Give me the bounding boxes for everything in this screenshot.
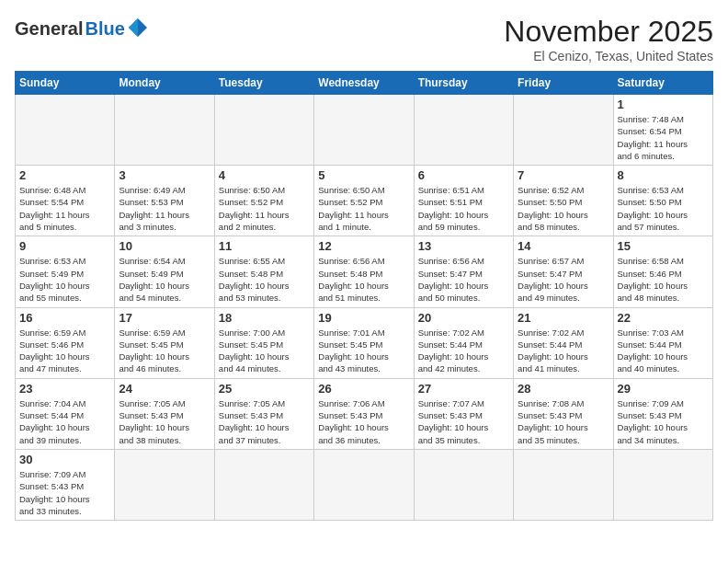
calendar-cell [115,449,214,520]
day-info: Sunrise: 7:01 AM Sunset: 5:45 PM Dayligh… [318,327,409,375]
day-info: Sunrise: 7:06 AM Sunset: 5:43 PM Dayligh… [318,397,409,446]
day-info: Sunrise: 7:07 AM Sunset: 5:43 PM Dayligh… [418,397,509,446]
day-number: 2 [19,168,110,182]
day-info: Sunrise: 6:49 AM Sunset: 5:53 PM Dayligh… [119,184,210,233]
calendar-cell [414,449,513,520]
day-number: 9 [19,239,110,253]
day-number: 13 [418,239,509,253]
day-info: Sunrise: 6:52 AM Sunset: 5:50 PM Dayligh… [518,184,609,233]
day-info: Sunrise: 6:48 AM Sunset: 5:54 PM Dayligh… [19,184,110,233]
day-info: Sunrise: 7:08 AM Sunset: 5:43 PM Dayligh… [518,397,609,446]
day-info: Sunrise: 6:53 AM Sunset: 5:50 PM Dayligh… [618,184,709,233]
day-info: Sunrise: 6:56 AM Sunset: 5:47 PM Dayligh… [418,255,509,304]
calendar-cell: 5Sunrise: 6:50 AM Sunset: 5:52 PM Daylig… [314,166,414,236]
calendar-cell: 29Sunrise: 7:09 AM Sunset: 5:43 PM Dayli… [613,378,712,449]
calendar-cell: 25Sunrise: 7:05 AM Sunset: 5:43 PM Dayli… [214,378,313,449]
day-info: Sunrise: 6:56 AM Sunset: 5:48 PM Dayligh… [318,255,409,304]
calendar-cell: 18Sunrise: 7:00 AM Sunset: 5:45 PM Dayli… [214,307,313,378]
calendar-cell: 3Sunrise: 6:49 AM Sunset: 5:53 PM Daylig… [115,166,214,236]
day-number: 16 [19,311,110,325]
calendar-cell: 15Sunrise: 6:58 AM Sunset: 5:46 PM Dayli… [613,236,712,307]
calendar-cell: 26Sunrise: 7:06 AM Sunset: 5:43 PM Dayli… [314,378,414,449]
calendar-cell: 21Sunrise: 7:02 AM Sunset: 5:44 PM Dayli… [514,307,613,378]
calendar-cell: 13Sunrise: 6:56 AM Sunset: 5:47 PM Dayli… [414,236,513,307]
day-number: 25 [219,382,310,396]
col-header-saturday: Saturday [613,72,712,95]
day-info: Sunrise: 7:09 AM Sunset: 5:43 PM Dayligh… [618,397,709,446]
calendar-cell [314,449,414,520]
calendar-cell: 9Sunrise: 6:53 AM Sunset: 5:49 PM Daylig… [16,236,115,307]
svg-marker-1 [129,18,138,37]
calendar-cell: 8Sunrise: 6:53 AM Sunset: 5:50 PM Daylig… [613,166,712,236]
day-info: Sunrise: 7:02 AM Sunset: 5:44 PM Dayligh… [418,327,509,375]
day-info: Sunrise: 6:51 AM Sunset: 5:51 PM Dayligh… [418,184,509,233]
calendar-cell: 27Sunrise: 7:07 AM Sunset: 5:43 PM Dayli… [414,378,513,449]
day-number: 28 [518,382,609,396]
day-info: Sunrise: 6:57 AM Sunset: 5:47 PM Dayligh… [518,255,609,304]
day-info: Sunrise: 7:03 AM Sunset: 5:44 PM Dayligh… [618,327,709,375]
calendar-header-row: SundayMondayTuesdayWednesdayThursdayFrid… [16,72,713,95]
day-info: Sunrise: 6:55 AM Sunset: 5:48 PM Dayligh… [219,255,310,304]
calendar-cell: 1Sunrise: 7:48 AM Sunset: 6:54 PM Daylig… [613,95,712,166]
location-text: El Cenizo, Texas, United States [504,49,713,63]
day-number: 18 [219,311,310,325]
calendar-cell: 19Sunrise: 7:01 AM Sunset: 5:45 PM Dayli… [314,307,414,378]
title-area: November 2025 El Cenizo, Texas, United S… [504,15,713,63]
calendar-cell [214,95,313,166]
col-header-thursday: Thursday [414,72,513,95]
calendar-cell: 12Sunrise: 6:56 AM Sunset: 5:48 PM Dayli… [314,236,414,307]
calendar-cell: 7Sunrise: 6:52 AM Sunset: 5:50 PM Daylig… [514,166,613,236]
day-number: 6 [418,168,509,182]
calendar-cell: 20Sunrise: 7:02 AM Sunset: 5:44 PM Dayli… [414,307,513,378]
calendar-cell: 17Sunrise: 6:59 AM Sunset: 5:45 PM Dayli… [115,307,214,378]
calendar-cell: 2Sunrise: 6:48 AM Sunset: 5:54 PM Daylig… [16,166,115,236]
calendar-cell: 11Sunrise: 6:55 AM Sunset: 5:48 PM Dayli… [214,236,313,307]
day-number: 12 [318,239,409,253]
day-info: Sunrise: 7:00 AM Sunset: 5:45 PM Dayligh… [219,327,310,375]
logo-triangle-icon [129,18,147,37]
day-info: Sunrise: 7:48 AM Sunset: 6:54 PM Dayligh… [618,113,709,162]
calendar-cell [514,95,613,166]
calendar-cell: 16Sunrise: 6:59 AM Sunset: 5:46 PM Dayli… [16,307,115,378]
day-number: 1 [618,98,709,111]
day-number: 14 [518,239,609,253]
calendar-week-row: 16Sunrise: 6:59 AM Sunset: 5:46 PM Dayli… [16,307,713,378]
month-title: November 2025 [504,15,713,49]
day-number: 27 [418,382,509,396]
day-number: 21 [518,311,609,325]
calendar-week-row: 2Sunrise: 6:48 AM Sunset: 5:54 PM Daylig… [16,166,713,236]
calendar-cell [16,95,115,166]
calendar-cell: 6Sunrise: 6:51 AM Sunset: 5:51 PM Daylig… [414,166,513,236]
calendar-week-row: 1Sunrise: 7:48 AM Sunset: 6:54 PM Daylig… [16,95,713,166]
calendar-cell: 30Sunrise: 7:09 AM Sunset: 5:43 PM Dayli… [16,449,115,520]
calendar-cell [314,95,414,166]
calendar-week-row: 30Sunrise: 7:09 AM Sunset: 5:43 PM Dayli… [16,449,713,520]
calendar-cell [414,95,513,166]
page-header: General Blue November 2025 El Cenizo, Te… [15,15,713,63]
day-info: Sunrise: 6:50 AM Sunset: 5:52 PM Dayligh… [318,184,409,233]
calendar-cell [613,449,712,520]
logo-blue-text: Blue [85,18,124,40]
col-header-monday: Monday [115,72,214,95]
day-number: 26 [318,382,409,396]
col-header-sunday: Sunday [16,72,115,95]
calendar-cell [115,95,214,166]
calendar-cell: 23Sunrise: 7:04 AM Sunset: 5:44 PM Dayli… [16,378,115,449]
day-number: 23 [19,382,110,396]
day-info: Sunrise: 7:04 AM Sunset: 5:44 PM Dayligh… [19,397,110,446]
day-info: Sunrise: 7:02 AM Sunset: 5:44 PM Dayligh… [518,327,609,375]
calendar-table: SundayMondayTuesdayWednesdayThursdayFrid… [15,71,713,521]
calendar-week-row: 23Sunrise: 7:04 AM Sunset: 5:44 PM Dayli… [16,378,713,449]
day-info: Sunrise: 6:53 AM Sunset: 5:49 PM Dayligh… [19,255,110,304]
calendar-cell: 4Sunrise: 6:50 AM Sunset: 5:52 PM Daylig… [214,166,313,236]
day-number: 24 [119,382,210,396]
calendar-cell [514,449,613,520]
day-number: 19 [318,311,409,325]
calendar-cell: 28Sunrise: 7:08 AM Sunset: 5:43 PM Dayli… [514,378,613,449]
calendar-cell: 10Sunrise: 6:54 AM Sunset: 5:49 PM Dayli… [115,236,214,307]
col-header-friday: Friday [514,72,613,95]
day-info: Sunrise: 6:59 AM Sunset: 5:45 PM Dayligh… [119,327,210,375]
calendar-cell: 14Sunrise: 6:57 AM Sunset: 5:47 PM Dayli… [514,236,613,307]
day-number: 17 [119,311,210,325]
day-info: Sunrise: 6:50 AM Sunset: 5:52 PM Dayligh… [219,184,310,233]
